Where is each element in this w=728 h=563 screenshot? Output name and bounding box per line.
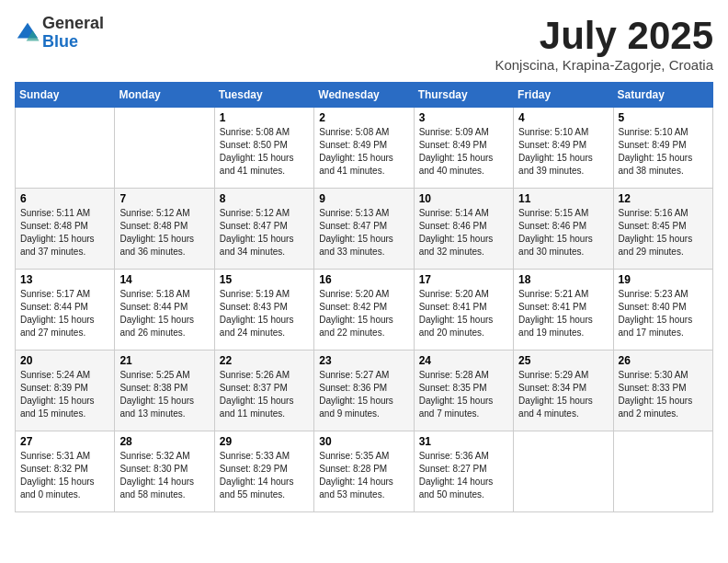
calendar-cell: 16Sunrise: 5:20 AMSunset: 8:42 PMDayligh… (314, 270, 414, 350)
day-info: Sunrise: 5:15 AMSunset: 8:46 PMDaylight:… (518, 207, 608, 259)
day-number: 19 (619, 273, 708, 286)
calendar-cell: 20Sunrise: 5:24 AMSunset: 8:39 PMDayligh… (16, 350, 115, 431)
weekday-header-friday: Friday (514, 83, 613, 108)
day-info: Sunrise: 5:10 AMSunset: 8:49 PMDaylight:… (619, 126, 708, 178)
weekday-header-sunday: Sunday (16, 83, 115, 108)
calendar-cell: 6Sunrise: 5:11 AMSunset: 8:48 PMDaylight… (16, 189, 115, 270)
day-number: 2 (319, 111, 408, 124)
day-number: 10 (419, 192, 508, 205)
day-number: 7 (119, 192, 209, 205)
day-number: 14 (119, 273, 209, 286)
weekday-header-wednesday: Wednesday (314, 83, 414, 108)
day-number: 21 (119, 354, 209, 367)
weekday-header-monday: Monday (115, 83, 214, 108)
calendar-week-1: 1Sunrise: 5:08 AMSunset: 8:50 PMDaylight… (16, 108, 713, 189)
calendar-cell: 30Sunrise: 5:35 AMSunset: 8:28 PMDayligh… (314, 431, 414, 512)
day-number: 24 (419, 354, 508, 367)
day-number: 9 (319, 192, 408, 205)
calendar-cell: 25Sunrise: 5:29 AMSunset: 8:34 PMDayligh… (514, 350, 613, 431)
day-info: Sunrise: 5:12 AMSunset: 8:47 PMDaylight:… (220, 207, 309, 259)
day-number: 23 (319, 354, 408, 367)
calendar-cell (613, 431, 712, 512)
calendar-cell: 17Sunrise: 5:20 AMSunset: 8:41 PMDayligh… (414, 270, 513, 350)
day-number: 6 (20, 192, 109, 205)
calendar-cell: 1Sunrise: 5:08 AMSunset: 8:50 PMDaylight… (214, 108, 313, 189)
day-info: Sunrise: 5:20 AMSunset: 8:41 PMDaylight:… (419, 288, 508, 339)
day-info: Sunrise: 5:11 AMSunset: 8:48 PMDaylight:… (20, 207, 109, 259)
day-number: 5 (619, 111, 708, 124)
calendar-cell: 19Sunrise: 5:23 AMSunset: 8:40 PMDayligh… (613, 270, 712, 350)
day-number: 11 (518, 192, 608, 205)
day-info: Sunrise: 5:24 AMSunset: 8:39 PMDaylight:… (20, 369, 109, 420)
calendar-cell: 3Sunrise: 5:09 AMSunset: 8:49 PMDaylight… (414, 108, 513, 189)
calendar-cell: 23Sunrise: 5:27 AMSunset: 8:36 PMDayligh… (314, 350, 414, 431)
day-info: Sunrise: 5:14 AMSunset: 8:46 PMDaylight:… (419, 207, 508, 259)
location: Konjscina, Krapina-Zagorje, Croatia (495, 57, 713, 73)
title-block: July 2025 Konjscina, Krapina-Zagorje, Cr… (495, 15, 713, 73)
weekday-header-saturday: Saturday (613, 83, 712, 108)
calendar-cell: 9Sunrise: 5:13 AMSunset: 8:47 PMDaylight… (314, 189, 414, 270)
day-number: 28 (119, 435, 209, 448)
day-info: Sunrise: 5:20 AMSunset: 8:42 PMDaylight:… (319, 288, 408, 339)
day-info: Sunrise: 5:31 AMSunset: 8:32 PMDaylight:… (20, 450, 109, 501)
day-info: Sunrise: 5:08 AMSunset: 8:49 PMDaylight:… (319, 126, 408, 178)
calendar-cell (115, 108, 214, 189)
weekday-header-thursday: Thursday (414, 83, 513, 108)
calendar-cell: 31Sunrise: 5:36 AMSunset: 8:27 PMDayligh… (414, 431, 513, 512)
calendar-cell: 4Sunrise: 5:10 AMSunset: 8:49 PMDaylight… (514, 108, 613, 189)
day-info: Sunrise: 5:17 AMSunset: 8:44 PMDaylight:… (20, 288, 109, 339)
day-info: Sunrise: 5:18 AMSunset: 8:44 PMDaylight:… (119, 288, 209, 339)
day-info: Sunrise: 5:12 AMSunset: 8:48 PMDaylight:… (119, 207, 209, 259)
calendar-cell: 28Sunrise: 5:32 AMSunset: 8:30 PMDayligh… (115, 431, 214, 512)
day-number: 15 (220, 273, 309, 286)
calendar-cell: 8Sunrise: 5:12 AMSunset: 8:47 PMDaylight… (214, 189, 313, 270)
calendar-cell: 5Sunrise: 5:10 AMSunset: 8:49 PMDaylight… (613, 108, 712, 189)
day-number: 1 (220, 111, 309, 124)
calendar-cell (16, 108, 115, 189)
day-info: Sunrise: 5:21 AMSunset: 8:41 PMDaylight:… (518, 288, 608, 339)
day-info: Sunrise: 5:32 AMSunset: 8:30 PMDaylight:… (119, 450, 209, 501)
day-info: Sunrise: 5:29 AMSunset: 8:34 PMDaylight:… (518, 369, 608, 420)
calendar-cell: 21Sunrise: 5:25 AMSunset: 8:38 PMDayligh… (115, 350, 214, 431)
calendar-cell: 27Sunrise: 5:31 AMSunset: 8:32 PMDayligh… (16, 431, 115, 512)
calendar-week-5: 27Sunrise: 5:31 AMSunset: 8:32 PMDayligh… (16, 431, 713, 512)
day-number: 13 (20, 273, 109, 286)
calendar-table: SundayMondayTuesdayWednesdayThursdayFrid… (15, 82, 713, 512)
calendar-cell: 10Sunrise: 5:14 AMSunset: 8:46 PMDayligh… (414, 189, 513, 270)
calendar-cell: 2Sunrise: 5:08 AMSunset: 8:49 PMDaylight… (314, 108, 414, 189)
day-number: 30 (319, 435, 408, 448)
day-info: Sunrise: 5:28 AMSunset: 8:35 PMDaylight:… (419, 369, 508, 420)
logo: General Blue (15, 15, 104, 52)
calendar-cell: 13Sunrise: 5:17 AMSunset: 8:44 PMDayligh… (16, 270, 115, 350)
calendar-cell: 14Sunrise: 5:18 AMSunset: 8:44 PMDayligh… (115, 270, 214, 350)
day-info: Sunrise: 5:23 AMSunset: 8:40 PMDaylight:… (619, 288, 708, 339)
day-info: Sunrise: 5:33 AMSunset: 8:29 PMDaylight:… (220, 450, 309, 501)
calendar-cell: 12Sunrise: 5:16 AMSunset: 8:45 PMDayligh… (613, 189, 712, 270)
month-title: July 2025 (495, 15, 713, 57)
day-info: Sunrise: 5:30 AMSunset: 8:33 PMDaylight:… (619, 369, 708, 420)
calendar-cell: 26Sunrise: 5:30 AMSunset: 8:33 PMDayligh… (613, 350, 712, 431)
day-info: Sunrise: 5:09 AMSunset: 8:49 PMDaylight:… (419, 126, 508, 178)
day-number: 25 (518, 354, 608, 367)
day-info: Sunrise: 5:25 AMSunset: 8:38 PMDaylight:… (119, 369, 209, 420)
calendar-week-3: 13Sunrise: 5:17 AMSunset: 8:44 PMDayligh… (16, 270, 713, 350)
day-number: 18 (518, 273, 608, 286)
day-info: Sunrise: 5:27 AMSunset: 8:36 PMDaylight:… (319, 369, 408, 420)
calendar-cell (514, 431, 613, 512)
day-number: 4 (518, 111, 608, 124)
page-header: General Blue July 2025 Konjscina, Krapin… (15, 15, 713, 73)
calendar-week-2: 6Sunrise: 5:11 AMSunset: 8:48 PMDaylight… (16, 189, 713, 270)
day-number: 12 (619, 192, 708, 205)
logo-text: General Blue (42, 15, 104, 52)
day-number: 29 (220, 435, 309, 448)
day-number: 3 (419, 111, 508, 124)
calendar-cell: 11Sunrise: 5:15 AMSunset: 8:46 PMDayligh… (514, 189, 613, 270)
day-info: Sunrise: 5:08 AMSunset: 8:50 PMDaylight:… (220, 126, 309, 178)
day-number: 26 (619, 354, 708, 367)
day-number: 27 (20, 435, 109, 448)
logo-icon (15, 20, 40, 46)
calendar-cell: 18Sunrise: 5:21 AMSunset: 8:41 PMDayligh… (514, 270, 613, 350)
day-info: Sunrise: 5:35 AMSunset: 8:28 PMDaylight:… (319, 450, 408, 501)
calendar-cell: 24Sunrise: 5:28 AMSunset: 8:35 PMDayligh… (414, 350, 513, 431)
calendar-cell: 29Sunrise: 5:33 AMSunset: 8:29 PMDayligh… (214, 431, 313, 512)
